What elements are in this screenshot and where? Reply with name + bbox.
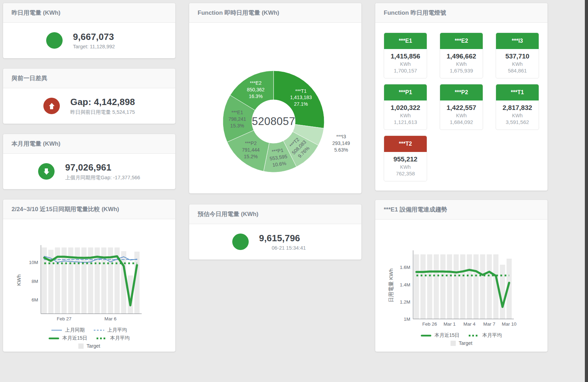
legend-label: Target — [87, 343, 100, 349]
legend-swatch-icon — [97, 338, 107, 339]
kpi-value: 9,615,796 — [259, 233, 319, 244]
e1-trend-chart[interactable]: 1M1.2M1.4M1.6MFeb 26Mar 1Mar 4Mar 7Mar 1… — [381, 243, 542, 346]
legend-item[interactable]: 本月近15日 — [49, 335, 87, 341]
svg-text:1.2M: 1.2M — [400, 299, 410, 305]
light-card: ***P11,020,322KWh1,121,613 — [384, 84, 427, 130]
light-card-value: 1,415,856 — [385, 53, 425, 60]
kpi-sub: 06-21 15:34:41 — [259, 245, 319, 251]
kpi-value: 97,026,961 — [65, 162, 140, 173]
legend-label: 本月平均 — [110, 335, 130, 341]
svg-text:1.6M: 1.6M — [400, 265, 410, 270]
donut-slice-label: ***T11,413,18327.1% — [290, 88, 312, 107]
lights-grid: ***E11,415,856KWh1,700,157***E21,496,662… — [375, 23, 547, 191]
left-column: 昨日用電量 (KWh) 9,667,073 Target: 11,128,992… — [3, 3, 176, 352]
svg-text:Mar 10: Mar 10 — [502, 321, 517, 327]
donut-chart[interactable]: ***T11,413,18327.1%***I3293,1495.63%***T… — [195, 62, 356, 183]
legend-label: 本月近15日 — [62, 335, 87, 341]
lights-panel: Function 昨日用電燈號 ***E11,415,856KWh1,700,1… — [375, 3, 548, 191]
light-card-unit: KWh — [497, 113, 537, 118]
light-card-unit: KWh — [441, 113, 481, 118]
panel-title: 2/24~3/10 近15日同期用電量比較 (KWh) — [3, 200, 175, 219]
kpi-sub: Target: 11,128,992 — [73, 44, 133, 49]
light-card-name: ***I3 — [496, 33, 539, 49]
light-card: ***T12,817,832KWh3,591,562 — [496, 84, 539, 130]
svg-text:8M: 8M — [31, 279, 38, 284]
center-column: Function 即時日用電量 (KWh) ***T11,413,18327.1… — [189, 3, 362, 352]
panel-title: 預估今日用電量 (KWh) — [189, 204, 361, 224]
donut-center-total: 5208057 — [252, 115, 295, 128]
e1_trend-svg[interactable]: 1M1.2M1.4M1.6MFeb 26Mar 1Mar 4Mar 7Mar 1… — [381, 243, 542, 331]
donut-slice-label: ***P2791,44415.2% — [242, 140, 260, 160]
legend-label: 本月近15日 — [434, 332, 460, 339]
dashboard: 昨日用電量 (KWh) 9,667,073 Target: 11,128,992… — [0, 0, 588, 382]
donut-slice-label: ***E1798,24115.3% — [228, 109, 246, 129]
svg-text:Mar 4: Mar 4 — [463, 321, 476, 327]
donut-slice-label: ***P1553,59510.6% — [268, 147, 289, 169]
panel-title: Function 即時日用電量 (KWh) — [189, 3, 361, 23]
legend-item[interactable]: Target — [78, 343, 100, 349]
svg-text:Mar 7: Mar 7 — [483, 321, 495, 327]
light-card-target: 3,591,562 — [497, 119, 537, 125]
kpi-value: 9,667,073 — [73, 32, 133, 42]
light-card-value: 1,422,557 — [441, 104, 481, 112]
light-card-name: ***T2 — [384, 136, 427, 152]
legend-item[interactable]: 本月平均 — [97, 335, 130, 341]
light-card-name: ***P2 — [440, 84, 483, 100]
donut-panel: Function 即時日用電量 (KWh) ***T11,413,18327.1… — [189, 3, 362, 194]
svg-text:Mar 6: Mar 6 — [105, 316, 117, 321]
right-column: Function 昨日用電燈號 ***E11,415,856KWh1,700,1… — [375, 3, 548, 352]
donut-slice-label: ***E2850,36216.3% — [247, 80, 265, 100]
status-circle-icon — [46, 32, 63, 49]
light-card: ***E11,415,856KWh1,700,157 — [384, 33, 427, 78]
arrow-up-icon — [43, 98, 60, 114]
light-card-value: 1,496,662 — [441, 53, 481, 60]
e1-trend-panel: ***E1 設備用電達成趨勢 1M1.2M1.4M1.6MFeb 26Mar 1… — [375, 200, 548, 352]
light-card-value: 955,212 — [385, 155, 425, 163]
legend-item[interactable]: 本月平均 — [469, 332, 502, 339]
legend-swatch-icon — [451, 341, 456, 346]
legend-label: 本月平均 — [482, 332, 502, 339]
kpi-panel-yesterday: 昨日用電量 (KWh) 9,667,073 Target: 11,128,992 — [3, 3, 176, 58]
light-card-unit: KWh — [385, 113, 425, 118]
light-card: ***I3537,710KWh584,861 — [496, 33, 539, 78]
legend-label: Target — [459, 340, 473, 346]
light-card-target: 1,700,157 — [385, 68, 425, 74]
panel-title: 昨日用電量 (KWh) — [3, 3, 175, 23]
comparison-chart[interactable]: 6M8M10MFeb 27Mar 6KWh上月同期上月平均本月近15日本月平均T… — [9, 237, 170, 349]
panel-title: 本月用電量 (KWh) — [3, 134, 175, 154]
light-card-name: ***P1 — [384, 84, 427, 100]
light-card-unit: KWh — [385, 164, 425, 170]
kpi-panel-gap-prev-day: 與前一日差異 Gap: 4,142,898 昨日與前日用電量 5,524,175 — [3, 68, 176, 124]
legend-swatch-icon — [78, 343, 84, 349]
light-card-unit: KWh — [441, 61, 481, 67]
legend-item[interactable]: 上月同期 — [51, 327, 85, 333]
svg-text:KWh: KWh — [16, 275, 22, 286]
vertical-scrollbar[interactable] — [585, 0, 588, 382]
legend-label: 上月同期 — [65, 327, 85, 333]
svg-text:Feb 27: Feb 27 — [57, 316, 71, 321]
legend-label: 上月平均 — [107, 327, 127, 333]
legend-item[interactable]: 本月近15日 — [421, 332, 460, 339]
panel-title: Function 昨日用電燈號 — [375, 3, 547, 23]
donut-slice-label: ***I3293,1495.63% — [332, 133, 350, 153]
kpi-value: Gap: 4,142,898 — [70, 97, 135, 107]
legend-item[interactable]: Target — [451, 340, 473, 346]
light-card-target: 762,358 — [385, 171, 425, 176]
legend-swatch-icon — [469, 335, 479, 336]
panel-title: ***E1 設備用電達成趨勢 — [375, 200, 547, 220]
light-card-target: 584,861 — [497, 68, 537, 74]
legend-item[interactable]: 上月平均 — [94, 327, 127, 333]
kpi-panel-month: 本月用電量 (KWh) 97,026,961 上個月同期用電Gap: -17,3… — [3, 134, 176, 189]
chart-legend: 上月同期上月平均本月近15日本月平均Target — [49, 327, 130, 349]
legend-swatch-icon — [49, 338, 59, 339]
svg-text:Mar 1: Mar 1 — [444, 321, 456, 327]
chart-legend: 本月近15日本月平均Target — [421, 332, 502, 346]
svg-text:Feb 26: Feb 26 — [422, 321, 437, 327]
light-card-unit: KWh — [385, 61, 425, 67]
light-card: ***E21,496,662KWh1,675,939 — [440, 33, 483, 78]
kpi-sub: 上個月同期用電Gap: -17,377,566 — [65, 174, 140, 181]
svg-text:日用電量 KWh: 日用電量 KWh — [388, 269, 394, 303]
comparison-svg[interactable]: 6M8M10MFeb 27Mar 6KWh — [9, 237, 170, 326]
light-card: ***P21,422,557KWh1,684,092 — [440, 84, 483, 130]
panel-title: 與前一日差異 — [3, 69, 175, 88]
